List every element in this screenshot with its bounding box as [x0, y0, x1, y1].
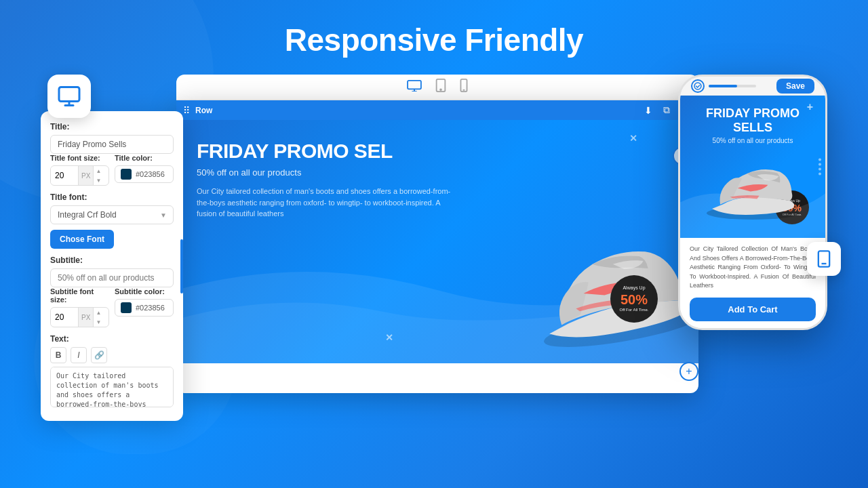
scroll-indicator — [180, 239, 183, 293]
subtitle-input[interactable] — [50, 268, 174, 287]
plus-button-bottom[interactable]: + — [679, 362, 698, 381]
title-font-size-label: Title font size: — [50, 154, 109, 162]
phone-banner: FRIDAY PROMO SELLS 50% off on all our pr… — [680, 96, 825, 238]
subtitle-field-label: Subtitle: — [50, 256, 174, 265]
add-to-cart-button[interactable]: Add To Cart — [690, 298, 816, 321]
svg-point-11 — [694, 83, 701, 89]
subtitle-color-value: #023856 — [136, 304, 165, 312]
row-copy-btn[interactable]: ⧉ — [660, 103, 673, 117]
canvas-tablet-icon[interactable] — [435, 79, 446, 96]
phone-mockup: Save FRIDAY PROMO SELLS 50% off on all o… — [678, 75, 827, 330]
svg-rect-3 — [408, 81, 421, 89]
row-label: Row — [195, 106, 636, 115]
subtitle-color-label: Subtitle color: — [115, 287, 174, 296]
phone-description: Our City Tailored Collection Of Man's Bo… — [690, 245, 816, 291]
left-section: Title: Title font size: PX ▲ ▼ — [41, 75, 183, 421]
phone-shoe-container: Always Up 50% Off For All Time. — [690, 150, 816, 231]
discount-text-bottom: Off For All Time. — [620, 308, 649, 312]
phone-banner-subtitle: 50% off on all our products — [690, 137, 816, 144]
font-size-down[interactable]: ▼ — [94, 176, 103, 185]
subtitle-size-unit: PX — [78, 308, 93, 327]
title-font-label: Title font: — [50, 192, 174, 202]
title-color-value: #023856 — [136, 170, 165, 178]
canvas-section: ⠿ Row ⬇ ⧉ ✕ ✕ ✕ FRIDAY PROMO SEL — [176, 75, 698, 393]
canvas-desktop-icon[interactable] — [407, 79, 422, 95]
banner-title: FRIDAY PROMO SEL — [197, 140, 462, 162]
link-button[interactable]: 🔗 — [91, 347, 107, 363]
canvas-mobile-icon[interactable] — [460, 79, 468, 96]
discount-badge: Always Up 50% Off For All Time. — [610, 275, 658, 323]
canvas-body: ⠿ Row ⬇ ⧉ ✕ ✕ ✕ FRIDAY PROMO SEL — [176, 100, 698, 393]
canvas-toolbar — [176, 75, 698, 100]
page-title: Responsive Friendly — [0, 0, 868, 75]
row-toolbar: ⠿ Row ⬇ ⧉ ✕ — [176, 100, 698, 120]
font-size-up[interactable]: ▲ — [94, 166, 103, 176]
desktop-icon-box[interactable] — [47, 75, 91, 118]
move-icon[interactable]: ⠿ — [183, 105, 190, 116]
phone-section: Save FRIDAY PROMO SELLS 50% off on all o… — [678, 75, 827, 330]
text-field-label: Text: — [50, 334, 174, 344]
phone-plus-corner[interactable]: + — [807, 101, 813, 113]
svg-point-7 — [440, 89, 441, 90]
phone-notch: Save — [680, 77, 825, 96]
banner-subtitle: 50% off on all our products — [197, 167, 462, 178]
title-font-size-input[interactable] — [51, 167, 78, 184]
bold-button[interactable]: B — [50, 347, 66, 363]
phone-check-icon — [691, 79, 705, 93]
title-field-label: Title: — [50, 122, 174, 131]
subtitle-font-size-label: Subtitle font size: — [50, 287, 109, 304]
x-mark-2: ✕ — [385, 332, 393, 343]
phone-banner-title: FRIDAY PROMO SELLS — [690, 106, 816, 134]
title-input[interactable] — [50, 135, 174, 154]
desktop-icon — [57, 84, 81, 108]
subtitle-size-up[interactable]: ▲ — [94, 308, 103, 317]
x-mark-1: ✕ — [629, 133, 637, 144]
svg-rect-0 — [59, 87, 79, 102]
banner-shoe — [515, 221, 698, 357]
font-size-unit: PX — [78, 166, 93, 185]
banner-text: FRIDAY PROMO SEL 50% off on all our prod… — [197, 140, 462, 220]
subtitle-size-down[interactable]: ▼ — [94, 317, 103, 327]
italic-button[interactable]: I — [71, 347, 87, 363]
text-textarea[interactable]: Our City tailored collection of man's bo… — [50, 367, 174, 407]
phone-float-icon — [807, 242, 841, 276]
phone-progress-bar — [709, 85, 756, 87]
subtitle-color-swatch[interactable] — [121, 302, 132, 313]
title-color-label: Title color: — [115, 154, 174, 162]
row-download-btn[interactable]: ⬇ — [642, 104, 655, 117]
subtitle-font-size-input[interactable] — [51, 309, 78, 325]
chose-font-button[interactable]: Chose Font — [50, 230, 114, 249]
title-font-select[interactable]: Integral Crf Bold — [50, 205, 174, 224]
banner-content: ✕ ✕ FRIDAY PROMO SEL 50% off on all our … — [176, 119, 698, 363]
discount-percent: 50% — [620, 291, 648, 308]
banner-description: Our City tailored collection of man's bo… — [197, 186, 462, 220]
discount-text-top: Always Up — [623, 285, 645, 291]
mobile-icon — [814, 249, 833, 268]
editor-panel: Title: Title font size: PX ▲ ▼ — [41, 111, 183, 421]
phone-save-button[interactable]: Save — [776, 79, 814, 94]
phone-body: Our City Tailored Collection Of Man's Bo… — [680, 238, 825, 328]
title-color-swatch[interactable] — [121, 169, 132, 180]
